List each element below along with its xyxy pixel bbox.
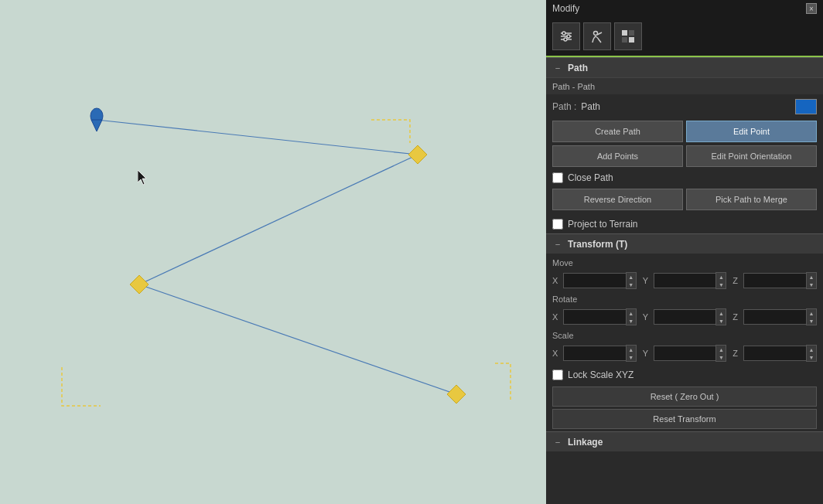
project-terrain-checkbox[interactable] bbox=[552, 219, 563, 230]
transform-section-header[interactable]: – Transform (T) bbox=[546, 233, 823, 254]
rotate-y-group: 0.000 ▲ ▼ bbox=[654, 308, 727, 325]
transform-section-title: Transform (T) bbox=[568, 239, 627, 250]
path-section-title: Path bbox=[568, 63, 588, 73]
scale-x-input[interactable]: 100.000 bbox=[563, 346, 626, 361]
svg-line-2 bbox=[139, 284, 456, 394]
checker-tool-button[interactable] bbox=[614, 22, 642, 50]
move-z-down[interactable]: ▼ bbox=[807, 281, 816, 288]
move-y-down[interactable]: ▼ bbox=[716, 281, 726, 288]
linkage-section-title: Linkage bbox=[568, 437, 603, 448]
scale-y-input[interactable]: 100.000 bbox=[654, 346, 716, 361]
svg-line-0 bbox=[97, 120, 418, 155]
create-path-button[interactable]: Create Path bbox=[552, 121, 683, 142]
svg-marker-3 bbox=[408, 145, 427, 164]
scale-z-up[interactable]: ▲ bbox=[807, 346, 816, 353]
svg-rect-18 bbox=[629, 30, 634, 36]
move-y-input[interactable]: -61.715 bbox=[654, 273, 716, 288]
move-y-group: -61.715 ▲ ▼ bbox=[654, 272, 727, 289]
svg-point-12 bbox=[562, 32, 565, 35]
rotate-z-down[interactable]: ▼ bbox=[807, 317, 816, 325]
rotate-z-group: 0.000 ▲ ▼ bbox=[743, 308, 817, 325]
pick-path-to-merge-button[interactable]: Pick Path to Merge bbox=[686, 189, 817, 210]
rotate-row: Rotate bbox=[546, 291, 823, 306]
move-row: Move bbox=[546, 254, 823, 270]
svg-point-15 bbox=[594, 32, 598, 36]
scale-y-spinners: ▲ ▼ bbox=[715, 345, 726, 362]
rotate-inputs: X 0.000 ▲ ▼ Y 0.000 ▲ ▼ Z 0.000 ▲ bbox=[546, 306, 823, 328]
scale-x-down[interactable]: ▼ bbox=[627, 353, 636, 361]
window-title: Modify bbox=[552, 3, 579, 14]
run-tool-button[interactable] bbox=[583, 22, 611, 50]
rotate-z-input[interactable]: 0.000 bbox=[743, 309, 806, 325]
scale-inputs: X 100.000 ▲ ▼ Y 100.000 ▲ ▼ Z 100.000 bbox=[546, 342, 823, 364]
scale-label: Scale bbox=[552, 331, 583, 340]
path-buttons-row1: Create Path Edit Point bbox=[546, 119, 823, 144]
scale-y-group: 100.000 ▲ ▼ bbox=[654, 345, 727, 362]
path-sub-label: Path - Path bbox=[552, 82, 595, 91]
move-x-down[interactable]: ▼ bbox=[627, 281, 636, 288]
rotate-y-down[interactable]: ▼ bbox=[716, 317, 726, 325]
scale-y-down[interactable]: ▼ bbox=[716, 353, 726, 361]
scale-z-down[interactable]: ▼ bbox=[807, 353, 816, 361]
scale-y-up[interactable]: ▲ bbox=[716, 346, 726, 353]
move-z-up[interactable]: ▲ bbox=[807, 273, 816, 281]
rotate-x-input[interactable]: 0.000 bbox=[563, 309, 626, 325]
edit-point-orientation-button[interactable]: Edit Point Orientation bbox=[686, 145, 817, 167]
path-field-value: Path bbox=[581, 101, 791, 112]
path-row: Path : Path bbox=[546, 94, 823, 119]
scale-y-label: Y bbox=[643, 349, 651, 358]
path-section-header[interactable]: – Path bbox=[546, 57, 823, 77]
scale-x-group: 100.000 ▲ ▼ bbox=[563, 345, 637, 362]
svg-marker-4 bbox=[130, 275, 149, 294]
rotate-label: Rotate bbox=[552, 295, 583, 304]
close-path-label: Close Path bbox=[568, 172, 613, 183]
rotate-y-up[interactable]: ▲ bbox=[716, 309, 726, 317]
path-color-swatch[interactable] bbox=[795, 99, 817, 114]
rotate-z-up[interactable]: ▲ bbox=[807, 309, 816, 317]
linkage-section: – Linkage bbox=[546, 431, 823, 451]
svg-point-14 bbox=[564, 38, 567, 41]
rotate-z-label: Z bbox=[733, 312, 740, 322]
scale-z-spinners: ▲ ▼ bbox=[806, 345, 817, 362]
rotate-z-spinners: ▲ ▼ bbox=[806, 308, 817, 325]
move-z-spinners: ▲ ▼ bbox=[806, 272, 817, 289]
reverse-direction-button[interactable]: Reverse Direction bbox=[552, 189, 683, 210]
move-z-input[interactable]: 0.000 bbox=[743, 273, 806, 288]
move-x-input[interactable]: 210.201 bbox=[563, 273, 626, 288]
toolbar bbox=[546, 17, 823, 57]
project-terrain-label: Project to Terrain bbox=[568, 219, 638, 230]
linkage-section-header[interactable]: – Linkage bbox=[546, 431, 823, 451]
move-y-spinners: ▲ ▼ bbox=[715, 272, 726, 289]
svg-point-6 bbox=[90, 108, 103, 124]
rotate-x-group: 0.000 ▲ ▼ bbox=[563, 308, 637, 325]
move-x-up[interactable]: ▲ bbox=[627, 273, 636, 281]
close-path-checkbox[interactable] bbox=[552, 172, 563, 183]
svg-rect-17 bbox=[622, 30, 627, 36]
lock-scale-checkbox[interactable] bbox=[552, 369, 563, 380]
path-section: – Path Path - Path Path : Path Create Pa… bbox=[546, 57, 823, 233]
path-collapse-icon: – bbox=[552, 63, 563, 72]
reset-zero-out-button[interactable]: Reset ( Zero Out ) bbox=[552, 387, 817, 407]
reset-transform-button[interactable]: Reset Transform bbox=[552, 409, 817, 429]
rotate-x-label: X bbox=[552, 312, 560, 322]
transform-section: – Transform (T) Move X 210.201 ▲ ▼ Y -61… bbox=[546, 233, 823, 431]
scale-x-up[interactable]: ▲ bbox=[627, 346, 636, 353]
move-inputs: X 210.201 ▲ ▼ Y -61.715 ▲ ▼ Z 0.000 bbox=[546, 270, 823, 291]
move-y-up[interactable]: ▲ bbox=[716, 273, 726, 281]
path-buttons-row3: Reverse Direction Pick Path to Merge bbox=[546, 187, 823, 212]
project-terrain-row: Project to Terrain bbox=[546, 215, 823, 233]
edit-point-button[interactable]: Edit Point bbox=[686, 121, 817, 142]
add-points-button[interactable]: Add Points bbox=[552, 145, 683, 167]
close-button[interactable]: × bbox=[806, 3, 817, 14]
rotate-y-input[interactable]: 0.000 bbox=[654, 309, 716, 325]
sliders-tool-button[interactable] bbox=[552, 22, 580, 50]
svg-point-13 bbox=[567, 35, 570, 38]
viewport[interactable] bbox=[0, 0, 546, 504]
move-x-label: X bbox=[552, 276, 560, 285]
rotate-x-up[interactable]: ▲ bbox=[627, 309, 636, 317]
scale-z-input[interactable]: 100.000 bbox=[743, 346, 806, 361]
mouse-cursor bbox=[138, 170, 150, 188]
rotate-x-down[interactable]: ▼ bbox=[627, 317, 636, 325]
lock-scale-label: Lock Scale XYZ bbox=[568, 369, 633, 380]
move-z-label: Z bbox=[733, 276, 740, 285]
